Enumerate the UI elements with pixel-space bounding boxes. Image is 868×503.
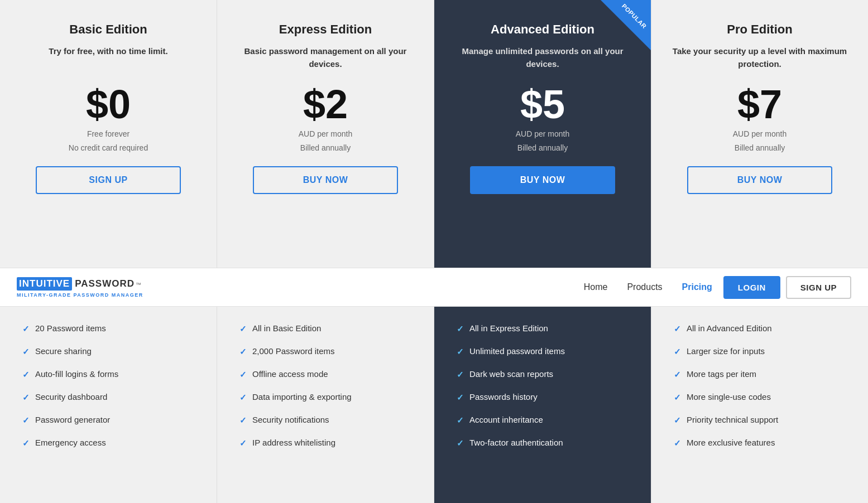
pro-subtitle: Take your security up a level with maxim…: [668, 45, 851, 73]
list-item: ✓ Emergency access: [22, 438, 200, 448]
check-icon: ✓: [239, 415, 247, 425]
pro-cta-button[interactable]: BUY NOW: [687, 166, 832, 194]
feature-label: Account inheritance: [469, 415, 543, 424]
check-icon: ✓: [22, 324, 30, 334]
feature-label: Password generator: [35, 415, 110, 424]
list-item: ✓ More tags per item: [674, 369, 851, 380]
logo-password-text: Password: [75, 278, 135, 289]
feature-label: Unlimited password items: [469, 346, 565, 356]
feature-label: Two-factor authentication: [469, 438, 563, 447]
express-subtitle: Basic password management on all your de…: [234, 45, 417, 73]
check-icon: ✓: [457, 393, 464, 403]
list-item: ✓ All in Express Edition: [457, 323, 634, 334]
check-icon: ✓: [457, 324, 464, 334]
feature-label: 20 Password items: [35, 323, 106, 333]
basic-title: Basic Edition: [69, 22, 147, 37]
check-icon: ✓: [22, 393, 30, 403]
check-icon: ✓: [239, 393, 247, 403]
feature-label: More single-use codes: [687, 392, 771, 402]
list-item: ✓ Dark web scan reports: [457, 369, 634, 380]
list-item: ✓ 2,000 Password items: [239, 346, 417, 357]
list-item: ✓ 20 Password items: [22, 323, 200, 334]
pricing-card-basic: Basic Edition Try for free, with no time…: [0, 0, 217, 268]
check-icon: ✓: [457, 415, 464, 425]
pricing-cards-section: Basic Edition Try for free, with no time…: [0, 0, 868, 268]
list-item: ✓ Priority technical support: [674, 415, 851, 425]
feature-label: Security notifications: [252, 415, 329, 424]
feature-label: Emergency access: [35, 438, 106, 447]
feature-label: All in Advanced Edition: [687, 323, 772, 333]
logo: Intuitive Password ™ Military-Grade Pass…: [17, 277, 143, 298]
pro-price-note: AUD per month Billed annually: [733, 127, 787, 155]
feature-label: Auto-fill logins & forms: [35, 369, 118, 379]
feature-label: More exclusive features: [687, 438, 775, 447]
pricing-card-advanced: POPULAR Advanced Edition Manage unlimite…: [434, 0, 651, 268]
nav-link-products[interactable]: Products: [627, 282, 662, 292]
list-item: ✓ More exclusive features: [674, 438, 851, 448]
list-item: ✓ Data importing & exporting: [239, 392, 417, 403]
basic-cta-button[interactable]: SIGN UP: [36, 166, 181, 194]
express-price-note: AUD per month Billed annually: [299, 127, 352, 155]
check-icon: ✓: [457, 438, 464, 448]
list-item: ✓ IP address whitelisting: [239, 438, 417, 448]
feature-label: Dark web scan reports: [469, 369, 553, 379]
list-item: ✓ Unlimited password items: [457, 346, 634, 357]
basic-price: $0: [86, 84, 131, 124]
basic-subtitle: Try for free, with no time limit.: [49, 45, 167, 73]
list-item: ✓ All in Basic Edition: [239, 323, 417, 334]
nav-links: Home Products Pricing: [584, 282, 712, 292]
features-advanced: ✓ All in Express Edition ✓ Unlimited pas…: [434, 307, 651, 503]
basic-price-note: Free forever No credit card required: [69, 127, 148, 155]
list-item: ✓ More single-use codes: [674, 392, 851, 403]
list-item: ✓ Security notifications: [239, 415, 417, 425]
features-section: ✓ 20 Password items ✓ Secure sharing ✓ A…: [0, 307, 868, 503]
check-icon: ✓: [674, 347, 681, 357]
feature-label: All in Basic Edition: [252, 323, 321, 333]
list-item: ✓ Secure sharing: [22, 346, 200, 357]
check-icon: ✓: [22, 370, 30, 380]
advanced-cta-button[interactable]: BUY NOW: [470, 166, 615, 194]
logo-tagline: Military-Grade Password Manager: [17, 292, 143, 298]
check-icon: ✓: [457, 370, 464, 380]
features-basic: ✓ 20 Password items ✓ Secure sharing ✓ A…: [0, 307, 217, 503]
check-icon: ✓: [674, 324, 681, 334]
check-icon: ✓: [239, 324, 247, 334]
feature-label: Secure sharing: [35, 346, 92, 356]
list-item: ✓ Password generator: [22, 415, 200, 425]
logo-intuitive-text: Intuitive: [17, 277, 72, 291]
signup-button[interactable]: SIGN UP: [786, 276, 851, 299]
list-item: ✓ Offline access mode: [239, 369, 417, 380]
check-icon: ✓: [22, 438, 30, 448]
list-item: ✓ Two-factor authentication: [457, 438, 634, 448]
list-item: ✓ Account inheritance: [457, 415, 634, 425]
nav-link-pricing[interactable]: Pricing: [682, 282, 712, 292]
pro-price: $7: [737, 84, 782, 124]
check-icon: ✓: [239, 370, 247, 380]
list-item: ✓ Larger size for inputs: [674, 346, 851, 357]
check-icon: ✓: [674, 370, 681, 380]
feature-label: More tags per item: [687, 369, 756, 379]
pricing-card-pro: Pro Edition Take your security up a leve…: [651, 0, 868, 268]
feature-label: 2,000 Password items: [252, 346, 335, 356]
popular-badge: POPULAR: [601, 0, 651, 50]
express-cta-button[interactable]: BUY NOW: [253, 166, 398, 194]
check-icon: ✓: [674, 415, 681, 425]
login-button[interactable]: LOGIN: [723, 276, 780, 299]
popular-badge-text: POPULAR: [621, 2, 647, 28]
feature-label: Priority technical support: [687, 415, 778, 424]
express-price: $2: [303, 84, 348, 124]
pro-title: Pro Edition: [727, 22, 792, 37]
check-icon: ✓: [22, 415, 30, 425]
nav-link-home[interactable]: Home: [584, 282, 608, 292]
check-icon: ✓: [22, 347, 30, 357]
list-item: ✓ Auto-fill logins & forms: [22, 369, 200, 380]
check-icon: ✓: [239, 347, 247, 357]
advanced-title: Advanced Edition: [491, 22, 594, 37]
express-title: Express Edition: [279, 22, 372, 37]
feature-label: Data importing & exporting: [252, 392, 352, 402]
check-icon: ✓: [457, 347, 464, 357]
features-express: ✓ All in Basic Edition ✓ 2,000 Password …: [217, 307, 434, 503]
nav-buttons: LOGIN SIGN UP: [723, 276, 851, 299]
list-item: ✓ Passwords history: [457, 392, 634, 403]
advanced-price: $5: [520, 84, 565, 124]
